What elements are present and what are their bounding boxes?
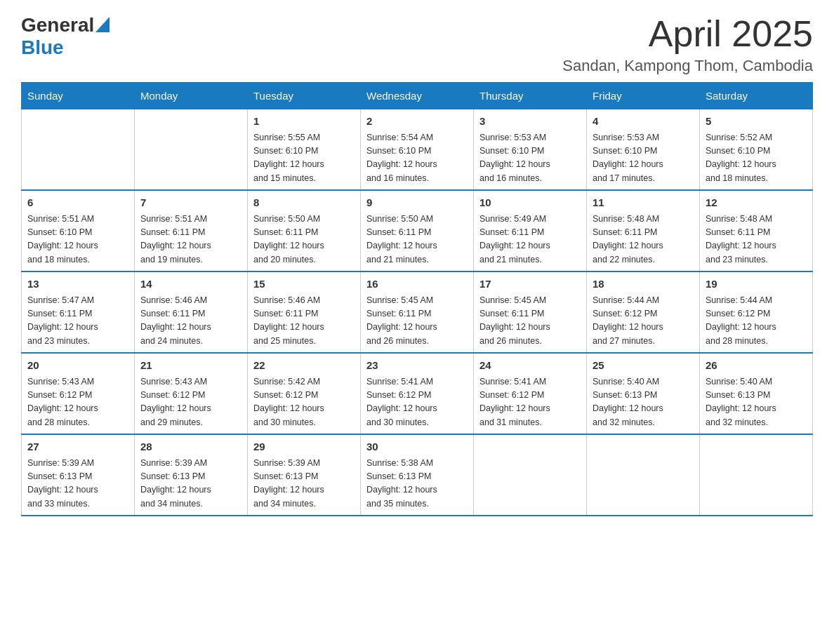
calendar-day-cell: 8Sunrise: 5:50 AM Sunset: 6:11 PM Daylig… bbox=[248, 190, 361, 271]
day-info: Sunrise: 5:52 AM Sunset: 6:10 PM Dayligh… bbox=[706, 131, 807, 186]
calendar-day-cell: 14Sunrise: 5:46 AM Sunset: 6:11 PM Dayli… bbox=[135, 271, 248, 353]
calendar-day-cell bbox=[135, 109, 248, 191]
calendar-day-cell: 24Sunrise: 5:41 AM Sunset: 6:12 PM Dayli… bbox=[474, 353, 587, 434]
day-number: 18 bbox=[593, 276, 694, 293]
calendar-day-cell: 27Sunrise: 5:39 AM Sunset: 6:13 PM Dayli… bbox=[22, 434, 135, 516]
calendar-day-cell: 10Sunrise: 5:49 AM Sunset: 6:11 PM Dayli… bbox=[474, 190, 587, 271]
calendar-week-row: 13Sunrise: 5:47 AM Sunset: 6:11 PM Dayli… bbox=[22, 271, 813, 353]
calendar-day-cell bbox=[587, 434, 700, 516]
logo-blue-text: Blue bbox=[21, 36, 64, 58]
calendar-header-row: SundayMondayTuesdayWednesdayThursdayFrid… bbox=[22, 83, 813, 109]
calendar-day-cell: 7Sunrise: 5:51 AM Sunset: 6:11 PM Daylig… bbox=[135, 190, 248, 271]
day-number: 15 bbox=[253, 276, 355, 293]
day-number: 21 bbox=[140, 358, 241, 374]
day-of-week-header: Sunday bbox=[22, 83, 135, 109]
calendar-day-cell: 21Sunrise: 5:43 AM Sunset: 6:12 PM Dayli… bbox=[135, 353, 248, 434]
page-header: General Blue April 2025 Sandan, Kampong … bbox=[21, 14, 813, 75]
calendar-day-cell: 30Sunrise: 5:38 AM Sunset: 6:13 PM Dayli… bbox=[361, 434, 474, 516]
calendar-day-cell bbox=[22, 109, 135, 191]
day-number: 24 bbox=[479, 358, 581, 374]
day-number: 10 bbox=[479, 195, 581, 211]
calendar-day-cell: 26Sunrise: 5:40 AM Sunset: 6:13 PM Dayli… bbox=[700, 353, 813, 434]
day-number: 11 bbox=[593, 195, 694, 211]
day-info: Sunrise: 5:39 AM Sunset: 6:13 PM Dayligh… bbox=[27, 457, 128, 511]
svg-marker-0 bbox=[95, 17, 110, 32]
day-number: 2 bbox=[366, 114, 468, 130]
calendar-day-cell: 19Sunrise: 5:44 AM Sunset: 6:12 PM Dayli… bbox=[700, 271, 813, 353]
day-number: 9 bbox=[366, 195, 468, 211]
day-number: 14 bbox=[140, 276, 241, 293]
day-of-week-header: Wednesday bbox=[361, 83, 474, 109]
day-info: Sunrise: 5:39 AM Sunset: 6:13 PM Dayligh… bbox=[253, 457, 355, 511]
calendar-subtitle: Sandan, Kampong Thom, Cambodia bbox=[562, 57, 813, 75]
day-number: 16 bbox=[366, 276, 468, 293]
day-info: Sunrise: 5:46 AM Sunset: 6:11 PM Dayligh… bbox=[253, 294, 355, 349]
day-number: 29 bbox=[253, 439, 355, 455]
day-info: Sunrise: 5:39 AM Sunset: 6:13 PM Dayligh… bbox=[140, 457, 241, 511]
calendar-day-cell: 17Sunrise: 5:45 AM Sunset: 6:11 PM Dayli… bbox=[474, 271, 587, 353]
day-info: Sunrise: 5:38 AM Sunset: 6:13 PM Dayligh… bbox=[366, 457, 468, 511]
day-number: 30 bbox=[366, 439, 468, 455]
calendar-day-cell: 1Sunrise: 5:55 AM Sunset: 6:10 PM Daylig… bbox=[248, 109, 361, 191]
calendar-day-cell: 29Sunrise: 5:39 AM Sunset: 6:13 PM Dayli… bbox=[248, 434, 361, 516]
day-number: 6 bbox=[27, 195, 128, 211]
calendar-day-cell: 3Sunrise: 5:53 AM Sunset: 6:10 PM Daylig… bbox=[474, 109, 587, 191]
day-info: Sunrise: 5:53 AM Sunset: 6:10 PM Dayligh… bbox=[479, 131, 581, 186]
calendar-day-cell: 20Sunrise: 5:43 AM Sunset: 6:12 PM Dayli… bbox=[22, 353, 135, 434]
logo-triangle-icon bbox=[95, 17, 110, 32]
title-block: April 2025 Sandan, Kampong Thom, Cambodi… bbox=[562, 14, 813, 75]
day-info: Sunrise: 5:40 AM Sunset: 6:13 PM Dayligh… bbox=[593, 375, 694, 430]
calendar-title: April 2025 bbox=[562, 14, 813, 54]
calendar-day-cell: 25Sunrise: 5:40 AM Sunset: 6:13 PM Dayli… bbox=[587, 353, 700, 434]
day-number: 22 bbox=[253, 358, 355, 374]
calendar-day-cell: 9Sunrise: 5:50 AM Sunset: 6:11 PM Daylig… bbox=[361, 190, 474, 271]
day-info: Sunrise: 5:43 AM Sunset: 6:12 PM Dayligh… bbox=[27, 375, 128, 430]
calendar-day-cell: 22Sunrise: 5:42 AM Sunset: 6:12 PM Dayli… bbox=[248, 353, 361, 434]
calendar-table: SundayMondayTuesdayWednesdayThursdayFrid… bbox=[21, 82, 813, 516]
day-info: Sunrise: 5:44 AM Sunset: 6:12 PM Dayligh… bbox=[706, 294, 807, 349]
day-number: 13 bbox=[27, 276, 128, 293]
day-info: Sunrise: 5:53 AM Sunset: 6:10 PM Dayligh… bbox=[593, 131, 694, 186]
calendar-week-row: 6Sunrise: 5:51 AM Sunset: 6:10 PM Daylig… bbox=[22, 190, 813, 271]
day-info: Sunrise: 5:41 AM Sunset: 6:12 PM Dayligh… bbox=[366, 375, 468, 430]
day-info: Sunrise: 5:40 AM Sunset: 6:13 PM Dayligh… bbox=[706, 375, 807, 430]
day-of-week-header: Monday bbox=[135, 83, 248, 109]
calendar-day-cell bbox=[700, 434, 813, 516]
day-number: 1 bbox=[253, 114, 355, 130]
calendar-day-cell: 18Sunrise: 5:44 AM Sunset: 6:12 PM Dayli… bbox=[587, 271, 700, 353]
calendar-week-row: 27Sunrise: 5:39 AM Sunset: 6:13 PM Dayli… bbox=[22, 434, 813, 516]
day-number: 3 bbox=[479, 114, 581, 130]
day-number: 27 bbox=[27, 439, 128, 455]
logo: General Blue bbox=[21, 14, 110, 59]
calendar-day-cell: 15Sunrise: 5:46 AM Sunset: 6:11 PM Dayli… bbox=[248, 271, 361, 353]
calendar-week-row: 20Sunrise: 5:43 AM Sunset: 6:12 PM Dayli… bbox=[22, 353, 813, 434]
calendar-day-cell: 4Sunrise: 5:53 AM Sunset: 6:10 PM Daylig… bbox=[587, 109, 700, 191]
calendar-day-cell: 2Sunrise: 5:54 AM Sunset: 6:10 PM Daylig… bbox=[361, 109, 474, 191]
day-info: Sunrise: 5:54 AM Sunset: 6:10 PM Dayligh… bbox=[366, 131, 468, 186]
calendar-day-cell: 16Sunrise: 5:45 AM Sunset: 6:11 PM Dayli… bbox=[361, 271, 474, 353]
calendar-day-cell: 6Sunrise: 5:51 AM Sunset: 6:10 PM Daylig… bbox=[22, 190, 135, 271]
calendar-day-cell: 11Sunrise: 5:48 AM Sunset: 6:11 PM Dayli… bbox=[587, 190, 700, 271]
calendar-day-cell: 13Sunrise: 5:47 AM Sunset: 6:11 PM Dayli… bbox=[22, 271, 135, 353]
calendar-day-cell bbox=[474, 434, 587, 516]
day-info: Sunrise: 5:45 AM Sunset: 6:11 PM Dayligh… bbox=[479, 294, 581, 349]
day-of-week-header: Saturday bbox=[700, 83, 813, 109]
day-info: Sunrise: 5:46 AM Sunset: 6:11 PM Dayligh… bbox=[140, 294, 241, 349]
day-info: Sunrise: 5:51 AM Sunset: 6:11 PM Dayligh… bbox=[140, 213, 241, 267]
day-info: Sunrise: 5:44 AM Sunset: 6:12 PM Dayligh… bbox=[593, 294, 694, 349]
day-of-week-header: Thursday bbox=[474, 83, 587, 109]
day-info: Sunrise: 5:41 AM Sunset: 6:12 PM Dayligh… bbox=[479, 375, 581, 430]
calendar-day-cell: 28Sunrise: 5:39 AM Sunset: 6:13 PM Dayli… bbox=[135, 434, 248, 516]
calendar-week-row: 1Sunrise: 5:55 AM Sunset: 6:10 PM Daylig… bbox=[22, 109, 813, 191]
day-info: Sunrise: 5:48 AM Sunset: 6:11 PM Dayligh… bbox=[706, 213, 807, 267]
day-number: 19 bbox=[706, 276, 807, 293]
day-info: Sunrise: 5:50 AM Sunset: 6:11 PM Dayligh… bbox=[366, 213, 468, 267]
day-number: 4 bbox=[593, 114, 694, 130]
day-info: Sunrise: 5:43 AM Sunset: 6:12 PM Dayligh… bbox=[140, 375, 241, 430]
day-info: Sunrise: 5:48 AM Sunset: 6:11 PM Dayligh… bbox=[593, 213, 694, 267]
calendar-day-cell: 12Sunrise: 5:48 AM Sunset: 6:11 PM Dayli… bbox=[700, 190, 813, 271]
day-info: Sunrise: 5:50 AM Sunset: 6:11 PM Dayligh… bbox=[253, 213, 355, 267]
day-number: 26 bbox=[706, 358, 807, 374]
day-number: 5 bbox=[706, 114, 807, 130]
day-number: 25 bbox=[593, 358, 694, 374]
